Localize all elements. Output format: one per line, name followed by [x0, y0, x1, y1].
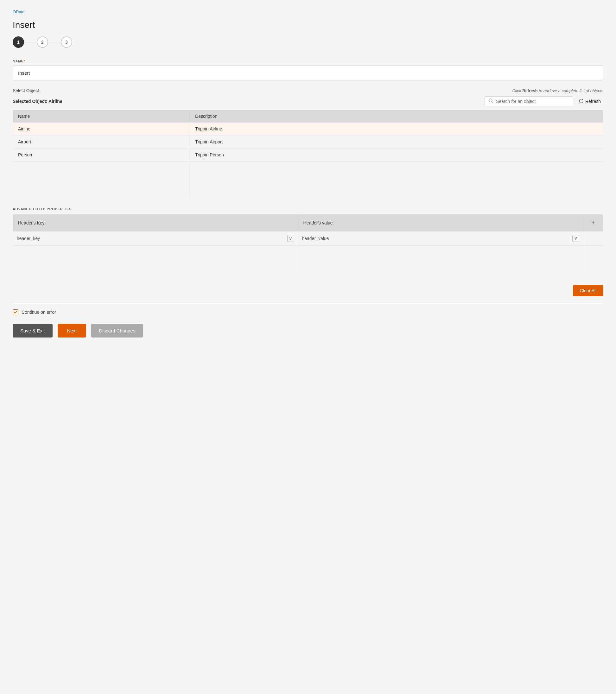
empty-object-row — [13, 162, 603, 199]
select-object-section: Select Object Click Refresh to retrieve … — [13, 88, 603, 199]
col-header-value: Header's value — [298, 214, 583, 232]
empty-cell — [13, 162, 190, 199]
table-row[interactable]: PersonTrippin.Person — [13, 148, 603, 162]
header-action-cell — [583, 232, 603, 246]
continue-error-label: Continue on error — [21, 310, 56, 315]
step-2[interactable]: 2 — [37, 36, 48, 48]
col-header-add[interactable]: + — [583, 214, 603, 232]
divider — [13, 303, 603, 303]
step-connector-1 — [24, 42, 37, 42]
selected-object-text: Selected Object: Airline — [13, 99, 62, 104]
object-name-cell: Airline — [13, 123, 190, 135]
header-value-input[interactable] — [302, 234, 570, 243]
var-badge-key[interactable]: V — [287, 235, 294, 242]
steps-container: 1 2 3 — [13, 36, 603, 48]
table-row[interactable]: AirportTrippin.Airport — [13, 135, 603, 148]
breadcrumb[interactable]: OData — [13, 10, 603, 14]
col-header-name: Name — [13, 110, 190, 123]
search-refresh-row: Refresh — [485, 96, 603, 106]
col-header-key: Header's Key — [13, 214, 298, 232]
name-field-wrapper: NAME* — [13, 59, 603, 80]
required-marker: * — [23, 59, 25, 63]
header-key-input[interactable] — [17, 234, 285, 243]
empty-http-row — [13, 246, 603, 277]
object-name-cell: Airport — [13, 135, 190, 148]
search-icon — [489, 98, 493, 104]
search-box — [485, 96, 573, 106]
clear-all-button[interactable]: Clear All — [573, 285, 603, 296]
header-key-cell: V — [13, 232, 298, 246]
continue-error-row: Continue on error — [13, 309, 603, 315]
table-row: V V — [13, 232, 603, 246]
header-key-input-wrapper: V — [17, 234, 294, 243]
refresh-button[interactable]: Refresh — [576, 97, 603, 106]
next-button[interactable]: Next — [58, 324, 87, 337]
name-input[interactable] — [13, 66, 603, 80]
footer-buttons: Save & Exit Next Discard Changes — [13, 324, 603, 337]
step-3[interactable]: 3 — [61, 36, 72, 48]
table-row[interactable]: AirlineTrippin.Airline — [13, 123, 603, 135]
object-description-cell: Trippin.Person — [190, 148, 603, 162]
select-object-header: Select Object Click Refresh to retrieve … — [13, 88, 603, 93]
http-section-label: ADVANCED HTTP PROPERTIES — [13, 207, 603, 211]
empty-cell — [190, 162, 603, 199]
refresh-label: Refresh — [585, 99, 601, 104]
object-description-cell: Trippin.Airport — [190, 135, 603, 148]
step-1[interactable]: 1 — [13, 36, 24, 48]
select-object-controls: Selected Object: Airline — [13, 96, 603, 106]
http-section: ADVANCED HTTP PROPERTIES Header's Key He… — [13, 207, 603, 277]
empty-cell-2 — [298, 246, 583, 277]
object-name-cell: Person — [13, 148, 190, 162]
empty-cell-3 — [583, 246, 603, 277]
continue-error-checkbox[interactable] — [13, 309, 18, 315]
clear-all-row: Clear All — [13, 285, 603, 296]
header-value-cell: V — [298, 232, 583, 246]
save-exit-button[interactable]: Save & Exit — [13, 324, 53, 337]
objects-table: Name Description AirlineTrippin.AirlineA… — [13, 110, 603, 199]
step-connector-2 — [48, 42, 61, 42]
var-badge-value[interactable]: V — [572, 235, 579, 242]
http-table: Header's Key Header's value + V — [13, 214, 603, 277]
object-description-cell: Trippin.Airline — [190, 123, 603, 135]
svg-line-1 — [492, 102, 493, 103]
header-value-input-wrapper: V — [302, 234, 580, 243]
page-title: Insert — [13, 20, 603, 30]
search-input[interactable] — [496, 99, 569, 104]
select-object-label: Select Object — [13, 88, 39, 93]
col-header-description: Description — [190, 110, 603, 123]
refresh-icon — [579, 99, 583, 104]
add-header-button[interactable]: + — [588, 218, 598, 227]
refresh-hint: Click Refresh to retrieve a complete lis… — [512, 88, 603, 93]
name-label: NAME* — [13, 59, 603, 63]
discard-button[interactable]: Discard Changes — [91, 324, 143, 337]
empty-cell-1 — [13, 246, 298, 277]
